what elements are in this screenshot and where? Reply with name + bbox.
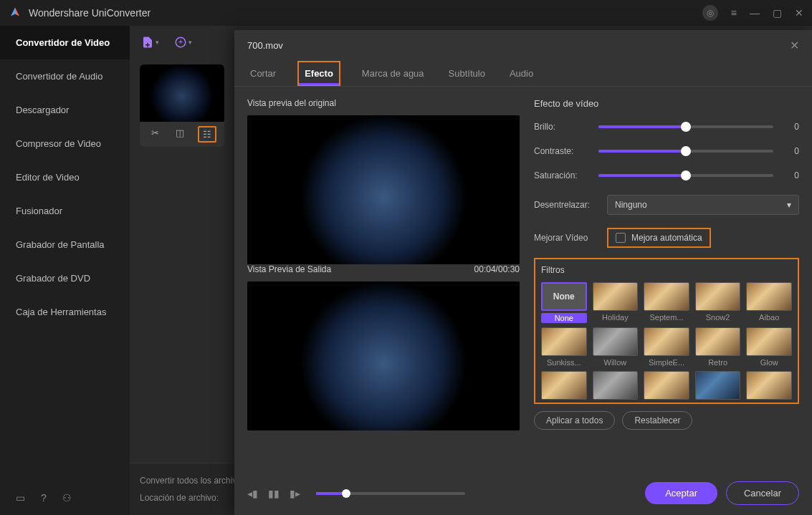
book-icon[interactable]: ▭ — [16, 492, 25, 504]
filter-label: Retro — [695, 358, 741, 367]
tab-watermark[interactable]: Marca de agua — [359, 61, 427, 86]
filter-label: Aibao — [746, 313, 792, 322]
close-window-icon[interactable]: ✕ — [795, 7, 803, 19]
deinterlace-value: Ninguno — [615, 200, 647, 210]
sidebar-item-audio-converter[interactable]: Convertidor de Audio — [0, 59, 130, 93]
filter-thumb — [644, 371, 689, 400]
chevron-down-icon: ▾ — [188, 39, 192, 46]
filter-holiday[interactable]: Holiday — [593, 282, 639, 323]
filter-thumb — [593, 327, 639, 356]
app-logo-icon — [9, 6, 22, 19]
reset-button[interactable]: Restablecer — [622, 411, 692, 430]
filter-item-10[interactable] — [541, 371, 587, 400]
filter-thumb — [644, 327, 689, 356]
sidebar-item-video-converter[interactable]: Convertidor de Video — [0, 26, 130, 59]
tab-audio[interactable]: Audio — [507, 61, 536, 86]
filter-none[interactable]: NoneNone — [541, 282, 587, 323]
filter-simplee[interactable]: SimpleE... — [644, 327, 689, 367]
filter-item-12[interactable] — [644, 371, 689, 400]
filter-label: Holiday — [593, 313, 639, 322]
filter-retro[interactable]: Retro — [695, 327, 741, 367]
preview-time: 00:04/00:30 — [474, 264, 520, 274]
filter-thumb: None — [541, 282, 587, 311]
filter-label: Willow — [593, 358, 639, 367]
effects-icon[interactable]: ☷ — [198, 126, 216, 143]
chevron-down-icon: ▾ — [156, 39, 159, 46]
filter-aibao[interactable]: Aibao — [746, 282, 792, 323]
filter-thumb — [695, 282, 741, 311]
add-file-button[interactable]: ▾ — [140, 32, 160, 52]
auto-enhance-checkbox[interactable] — [616, 233, 626, 243]
sidebar-item-editor[interactable]: Editor de Video — [0, 160, 130, 194]
filter-thumb — [695, 371, 741, 400]
tab-effect[interactable]: Efecto — [297, 61, 340, 86]
sidebar-item-toolbox[interactable]: Caja de Herramientas — [0, 295, 130, 329]
filter-snow2[interactable]: Snow2 — [695, 282, 741, 323]
filter-thumb — [593, 282, 639, 311]
tab-subtitle[interactable]: Subtítulo — [446, 61, 488, 86]
cancel-button[interactable]: Cancelar — [726, 481, 799, 505]
menu-icon[interactable]: ≡ — [731, 7, 737, 19]
filter-thumb — [541, 371, 587, 400]
filter-thumb — [541, 327, 587, 356]
sidebar-item-screen-recorder[interactable]: Grabador de Pantalla — [0, 228, 130, 261]
titlebar: Wondershare UniConverter ◎ ≡ — ▢ ✕ — [0, 0, 812, 26]
filter-septem[interactable]: Septem... — [644, 282, 689, 323]
filter-thumb — [746, 371, 792, 400]
filter-label: Glow — [746, 358, 792, 367]
brightness-slider[interactable] — [598, 125, 773, 128]
people-icon[interactable]: ⚇ — [62, 492, 72, 504]
auto-enhance-wrapper: Mejora automática — [607, 228, 711, 248]
app-title: Wondershare UniConverter — [29, 7, 702, 19]
modal-footer: ◂▮ ▮▮ ▮▸ Aceptar Cancelar — [234, 471, 812, 515]
maximize-icon[interactable]: ▢ — [773, 7, 782, 19]
sidebar: Convertidor de Video Convertidor de Audi… — [0, 26, 130, 515]
add-url-button[interactable]: + ▾ — [173, 32, 193, 52]
prev-frame-icon[interactable]: ◂▮ — [247, 488, 258, 499]
filter-thumb — [746, 282, 792, 311]
filter-willow[interactable]: Willow — [593, 327, 639, 367]
pause-icon[interactable]: ▮▮ — [268, 488, 280, 499]
deinterlace-select[interactable]: Ninguno ▾ — [607, 195, 799, 215]
help-icon[interactable]: ? — [41, 492, 47, 504]
effects-modal: 700.mov ✕ Cortar Efecto Marca de agua Su… — [234, 30, 812, 515]
filter-item-14[interactable] — [746, 371, 792, 400]
filter-sunkiss[interactable]: Sunkiss... — [541, 327, 587, 367]
brightness-value: 0 — [785, 122, 799, 132]
accept-button[interactable]: Aceptar — [645, 482, 717, 504]
video-thumbnail — [140, 64, 224, 122]
user-avatar-icon[interactable]: ◎ — [702, 5, 718, 21]
sidebar-item-downloader[interactable]: Descargador — [0, 93, 130, 127]
contrast-slider[interactable] — [598, 150, 773, 153]
sidebar-item-compressor[interactable]: Compresor de Video — [0, 127, 130, 160]
apply-all-button[interactable]: Aplicar a todos — [534, 411, 615, 430]
crop-icon[interactable]: ◫ — [172, 126, 188, 143]
tab-cut[interactable]: Cortar — [247, 61, 279, 86]
preview-output-label: Vista Previa de Salida — [247, 264, 331, 274]
video-effect-title: Efecto de vídeo — [534, 98, 799, 109]
minimize-icon[interactable]: — — [750, 7, 760, 19]
playback-scrubber[interactable] — [316, 492, 465, 495]
saturation-slider[interactable] — [598, 174, 773, 177]
filters-section: Filtros NoneNoneHolidaySeptem...Snow2Aib… — [534, 258, 799, 404]
filter-label: Snow2 — [695, 313, 741, 322]
filter-item-13[interactable] — [695, 371, 741, 400]
contrast-value: 0 — [785, 146, 799, 156]
sidebar-item-dvd-burner[interactable]: Grabador de DVD — [0, 261, 130, 295]
enhance-label: Mejorar Vídeo — [534, 233, 607, 243]
saturation-label: Saturación: — [534, 170, 598, 181]
filter-label: None — [541, 313, 587, 323]
next-frame-icon[interactable]: ▮▸ — [290, 488, 300, 499]
filter-thumb — [644, 282, 689, 311]
close-icon[interactable]: ✕ — [790, 39, 799, 52]
sidebar-item-merger[interactable]: Fusionador — [0, 194, 130, 228]
filter-item-11[interactable] — [593, 371, 639, 400]
filter-thumb — [593, 371, 639, 400]
filter-label: SimpleE... — [644, 358, 689, 367]
auto-enhance-checkbox-label: Mejora automática — [631, 233, 702, 243]
cut-icon[interactable]: ✂ — [148, 126, 163, 143]
filter-glow[interactable]: Glow — [746, 327, 792, 367]
video-thumbnail-card[interactable]: ✂ ◫ ☷ — [140, 64, 224, 147]
filters-title: Filtros — [541, 265, 792, 275]
chevron-down-icon: ▾ — [787, 200, 791, 210]
